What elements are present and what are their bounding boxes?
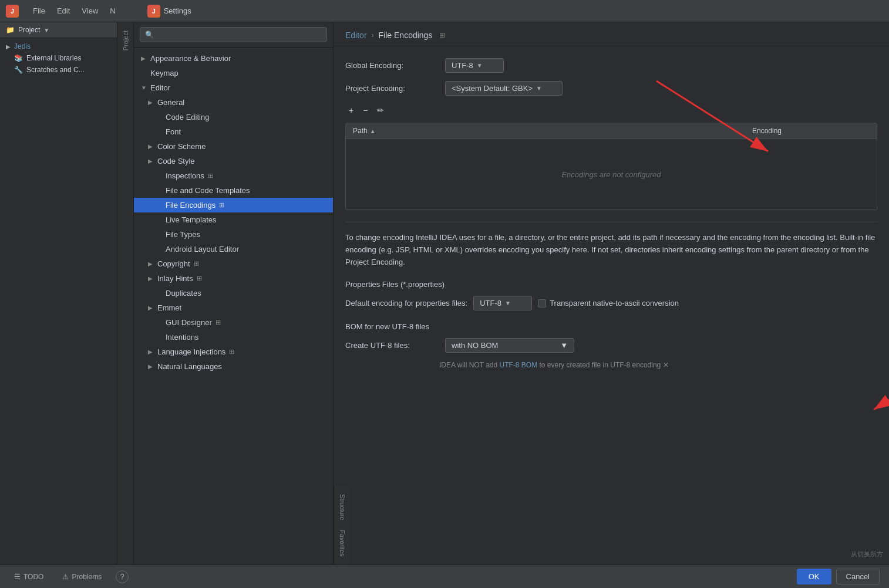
properties-section: Properties Files (*.properties) Default … (345, 280, 877, 310)
tree-item-project[interactable]: ▶ Jedis (0, 40, 117, 52)
settings-logo: J (147, 5, 160, 18)
add-encoding-button[interactable]: + (345, 104, 357, 117)
project-dropdown-arrow[interactable]: ▼ (43, 27, 49, 33)
settings-node-file-types[interactable]: ▶ File Types (134, 227, 333, 242)
edit-encoding-button[interactable]: ✏ (373, 104, 388, 117)
path-col-label: Path (353, 127, 368, 135)
settings-node-appearance[interactable]: ▶ Appearance & Behavior (134, 51, 333, 66)
settings-panel: 🔍 ▶ Appearance & Behavior ▶ Keymap ▼ Edi… (134, 22, 334, 565)
emmet-label: Emmet (157, 303, 181, 312)
settings-node-code-editing[interactable]: ▶ Code Editing (134, 110, 333, 124)
tree-item-scratches[interactable]: 🔧 Scratches and C... (0, 64, 117, 76)
bom-create-label: Create UTF-8 files: (345, 341, 439, 350)
chevron-right-icon: ▶ (148, 349, 155, 355)
bom-dropdown[interactable]: with NO BOM ▼ (445, 338, 574, 353)
content-wrapper: Editor › File Encodings ⊞ Global Encodin… (334, 22, 889, 565)
appearance-label: Appearance & Behavior (150, 54, 231, 63)
remove-encoding-button[interactable]: − (359, 104, 371, 117)
file-templates-label: File and Code Templates (166, 186, 250, 195)
menu-view[interactable]: View (77, 4, 103, 18)
chevron-right-icon: ▶ (141, 55, 148, 62)
chevron-right-icon: ▶ (148, 275, 155, 282)
table-header: Path ▲ Encoding (346, 123, 877, 139)
chevron-right-icon: ▶ (148, 261, 155, 267)
settings-node-intentions[interactable]: ▶ Intentions (134, 330, 333, 344)
table-body: Encodings are not configured (346, 139, 877, 209)
settings-node-gui-designer[interactable]: ▶ GUI Designer ⊞ (134, 315, 333, 330)
help-button[interactable]: ? (116, 570, 129, 583)
settings-node-editor[interactable]: ▼ Editor (134, 80, 333, 95)
menu-file[interactable]: File (28, 4, 50, 18)
properties-encoding-label: Default encoding for properties files: (345, 299, 467, 307)
properties-encoding-row: Default encoding for properties files: U… (345, 296, 877, 310)
cancel-button[interactable]: Cancel (836, 569, 880, 584)
settings-node-code-style[interactable]: ▶ Code Style (134, 154, 333, 168)
chevron-right-icon: ▶ (6, 43, 11, 50)
app-logo: J (6, 5, 19, 18)
chevron-right-icon: ▶ (148, 99, 155, 106)
settings-node-copyright[interactable]: ▶ Copyright ⊞ (134, 256, 333, 271)
col-path-header[interactable]: Path ▲ (353, 127, 752, 135)
list-icon: ☰ (14, 573, 21, 581)
copyright-label: Copyright (157, 259, 190, 268)
settings-node-file-templates[interactable]: ▶ File and Code Templates (134, 183, 333, 198)
search-input[interactable] (157, 31, 322, 39)
right-tab-structure[interactable]: Structure (336, 489, 348, 525)
encoding-info-text: To change encoding IntelliJ IDEA uses fo… (345, 222, 877, 268)
settings-node-file-encodings[interactable]: ▶ File Encodings ⊞ (134, 198, 333, 212)
settings-node-inlay-hints[interactable]: ▶ Inlay Hints ⊞ (134, 271, 333, 286)
bom-note-link[interactable]: UTF-8 BOM (499, 361, 537, 369)
menu-edit[interactable]: Edit (52, 4, 75, 18)
chevron-down-icon: ▼ (141, 85, 148, 91)
breadcrumb-parent[interactable]: Editor (345, 31, 367, 40)
settings-node-general[interactable]: ▶ General (134, 95, 333, 110)
bom-note-post: to every created file in UTF-8 encoding … (537, 361, 668, 369)
settings-node-lang-injections[interactable]: ▶ Language Injections ⊞ (134, 344, 333, 359)
keymap-label: Keymap (150, 69, 179, 77)
menu-bar: File Edit View N (28, 4, 120, 18)
settings-node-natural-langs[interactable]: ▶ Natural Languages (134, 359, 333, 374)
bottom-right-actions: OK Cancel (797, 569, 880, 584)
tree-item-ext-libs[interactable]: 📚 External Libraries (0, 52, 117, 64)
color-scheme-label: Color Scheme (157, 142, 206, 151)
todo-tab[interactable]: ☰ TODO (9, 570, 48, 583)
left-tab-project[interactable]: Project (120, 26, 132, 55)
encoding-col-label: Encoding (752, 127, 782, 135)
settings-node-live-templates[interactable]: ▶ Live Templates (134, 212, 333, 227)
menu-navigate[interactable]: N (105, 4, 120, 18)
settings-node-emmet[interactable]: ▶ Emmet (134, 300, 333, 315)
content-header: Editor › File Encodings ⊞ (334, 22, 889, 46)
ok-button[interactable]: OK (797, 569, 831, 584)
project-encoding-dropdown[interactable]: <System Default: GBK> ▼ (445, 81, 563, 96)
encoding-table-toolbar: + − ✏ (345, 104, 877, 117)
intentions-label: Intentions (166, 333, 198, 342)
properties-encoding-dropdown[interactable]: UTF-8 ▼ (473, 296, 532, 310)
lang-injections-label: Language Injections (157, 347, 225, 356)
chevron-right-icon: ▶ (148, 143, 155, 150)
properties-encoding-value: UTF-8 (480, 299, 501, 307)
native-to-ascii-checkbox[interactable] (538, 299, 546, 307)
problems-tab[interactable]: ⚠ Problems (58, 570, 106, 583)
editor-label: Editor (150, 83, 170, 92)
project-encoding-value: <System Default: GBK> (452, 84, 533, 93)
project-tree: ▶ Jedis 📚 External Libraries 🔧 Scratches… (0, 38, 117, 565)
problems-label: Problems (72, 573, 102, 581)
col-encoding-header[interactable]: Encoding (752, 127, 870, 135)
scratches-label: Scratches and C... (26, 66, 85, 74)
settings-node-color-scheme[interactable]: ▶ Color Scheme (134, 139, 333, 154)
project-panel-header: 📁 Project ▼ (0, 22, 117, 38)
chevron-right-icon: ▶ (148, 305, 155, 311)
settings-node-keymap[interactable]: ▶ Keymap (134, 66, 333, 80)
dropdown-arrow-icon: ▼ (477, 62, 483, 69)
settings-icon-gui: ⊞ (215, 319, 221, 326)
settings-node-font[interactable]: ▶ Font (134, 124, 333, 139)
settings-gear-icon: ⊞ (439, 31, 445, 39)
inspections-label: Inspections (166, 171, 204, 180)
right-tab-favorites[interactable]: Favorites (336, 525, 348, 561)
ext-libs-icon: 📚 (14, 54, 23, 62)
settings-node-android-layout[interactable]: ▶ Android Layout Editor (134, 242, 333, 256)
global-encoding-dropdown[interactable]: UTF-8 ▼ (445, 58, 504, 73)
settings-node-inspections[interactable]: ▶ Inspections ⊞ (134, 168, 333, 183)
global-encoding-value: UTF-8 (452, 61, 473, 70)
settings-node-duplicates[interactable]: ▶ Duplicates (134, 286, 333, 300)
